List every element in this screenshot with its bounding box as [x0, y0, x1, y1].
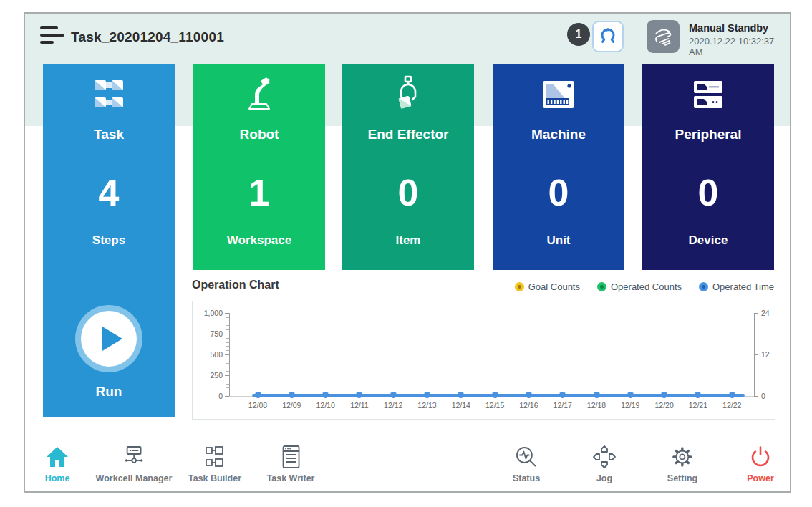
end-effector-icon	[342, 74, 474, 115]
nav-item-status[interactable]: Status	[513, 442, 540, 483]
card-value: 4	[43, 170, 175, 216]
chart-legend: Goal Counts Operated Counts Operated Tim…	[515, 281, 774, 292]
nav-item-power[interactable]: Power	[747, 442, 774, 483]
mode-status: Manual Standby 2020.12.22 10:32:37 AM	[689, 22, 790, 57]
goal-counts-dot-icon	[515, 282, 524, 291]
run-label: Run	[43, 384, 175, 400]
header-divider	[637, 23, 637, 52]
card-value: 0	[342, 170, 474, 216]
mode-label: Manual Standby	[689, 22, 790, 34]
card-unit: Item	[342, 233, 474, 248]
operated-time-dot-icon	[699, 282, 708, 291]
play-icon	[102, 327, 122, 351]
setting-icon	[667, 442, 697, 470]
home-icon	[44, 442, 71, 470]
page-title: Task_20201204_110001	[71, 29, 224, 45]
manual-mode-button[interactable]	[647, 20, 680, 53]
status-icon	[513, 442, 540, 470]
card-unit: Steps	[43, 233, 175, 248]
card-unit: Device	[642, 233, 774, 248]
bottom-navbar: Home Workcell Manager	[25, 435, 790, 491]
operation-chart: 1,0007505002500 12/0812/0912/1012/1112/1…	[192, 301, 775, 420]
card-end-effector[interactable]: End Effector 0 Item	[342, 64, 474, 270]
gripper-button[interactable]	[592, 21, 624, 52]
card-task[interactable]: Task 4 Steps Run	[43, 64, 175, 417]
legend-operated-time: Operated Time	[699, 281, 774, 292]
chart-title: Operation Chart	[192, 279, 279, 291]
card-unit: Unit	[493, 233, 624, 248]
task-builder-icon	[188, 442, 241, 470]
power-icon	[747, 442, 774, 470]
nav-item-task-writer[interactable]: Task Writer	[267, 442, 315, 483]
run-button[interactable]	[75, 305, 142, 372]
card-machine[interactable]: Machine 0 Unit	[493, 64, 624, 270]
nav-item-jog[interactable]: Jog	[591, 442, 618, 483]
hand-icon	[651, 24, 675, 49]
peripheral-icon	[642, 74, 774, 115]
mode-timestamp: 2020.12.22 10:32:37 AM	[689, 36, 790, 57]
workcell-manager-icon	[96, 442, 173, 470]
operated-counts-dot-icon	[597, 282, 606, 291]
card-title: Robot	[193, 127, 325, 143]
robot-icon	[193, 74, 325, 115]
jog-icon	[591, 442, 618, 470]
card-value: 0	[642, 170, 774, 216]
hamburger-menu-icon[interactable]	[40, 25, 69, 48]
card-robot[interactable]: Robot 1 Workspace	[193, 64, 325, 270]
nav-item-setting[interactable]: Setting	[667, 442, 697, 483]
legend-goal-counts: Goal Counts	[515, 281, 580, 292]
task-writer-icon	[267, 442, 315, 470]
notification-badge: 1	[567, 23, 590, 46]
card-title: Machine	[493, 127, 624, 143]
task-icon	[43, 74, 175, 115]
card-value: 0	[493, 170, 624, 216]
machine-icon	[493, 74, 624, 115]
legend-operated-counts: Operated Counts	[597, 281, 682, 292]
card-peripheral[interactable]: Peripheral 0 Device	[642, 64, 774, 270]
card-unit: Workspace	[193, 233, 325, 248]
app-window: Task_20201204_110001 1	[24, 12, 791, 493]
card-title: Peripheral	[642, 127, 774, 143]
gripper-icon	[599, 27, 617, 46]
card-value: 1	[193, 170, 325, 216]
card-title: Task	[43, 127, 175, 143]
nav-item-workcell-manager[interactable]: Workcell Manager	[96, 442, 173, 483]
nav-item-task-builder[interactable]: Task Builder	[188, 442, 241, 483]
card-title: End Effector	[342, 127, 474, 143]
y-axis-line	[229, 313, 230, 397]
nav-item-home[interactable]: Home	[44, 442, 71, 483]
